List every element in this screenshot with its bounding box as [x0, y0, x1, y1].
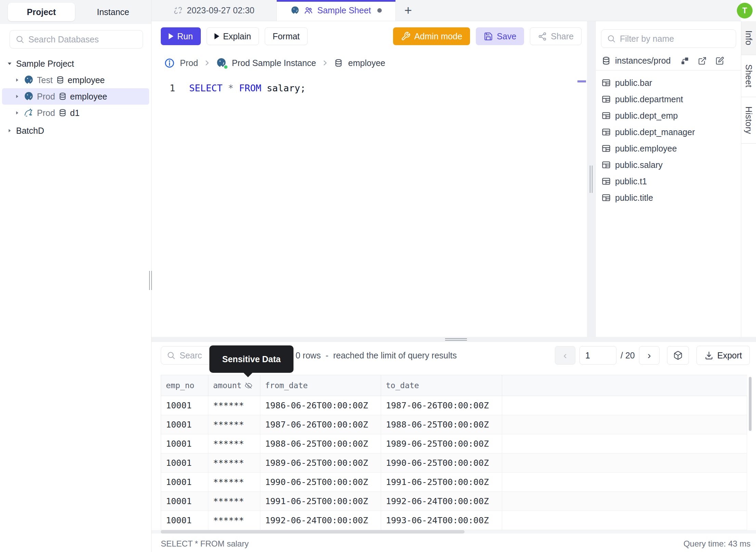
tree-node-test-employee[interactable]: Test employee [0, 72, 151, 88]
format-button[interactable]: Format [265, 27, 308, 45]
filter-input[interactable]: Filter by name [601, 29, 736, 48]
table-list-item[interactable]: public.dept_manager [596, 124, 741, 140]
table-row[interactable]: 10001 ****** 1990-06-25T00:00:00Z 1991-0… [161, 473, 747, 492]
run-button[interactable]: Run [161, 27, 201, 45]
table-list-item[interactable]: public.dept_emp [596, 107, 741, 124]
column-header[interactable]: from_date [260, 375, 381, 396]
eye-off-icon[interactable] [245, 382, 252, 390]
panel-resize-handle[interactable] [587, 21, 596, 337]
schema-sidebar: Filter by name instances/prod public.bar… [596, 21, 741, 337]
info-icon[interactable] [164, 58, 175, 68]
tab-history[interactable]: History [741, 97, 756, 144]
new-sheet-button[interactable]: + [396, 0, 420, 21]
cell[interactable]: 1988-06-25T00:00:00Z [381, 415, 502, 434]
prev-page-button[interactable]: ‹ [555, 346, 575, 365]
search-placeholder: Search Databases [28, 35, 99, 44]
cell[interactable]: 10001 [161, 434, 208, 453]
avatar[interactable]: T [737, 3, 753, 18]
tab-project[interactable]: Project [8, 3, 75, 21]
table-row[interactable]: 10001 ****** 1987-06-26T00:00:00Z 1988-0… [161, 415, 747, 434]
cell[interactable]: 1990-06-25T00:00:00Z [381, 454, 502, 472]
tab-sheet[interactable]: Sheet [741, 55, 756, 97]
table-list-item[interactable]: public.t1 [596, 173, 741, 189]
cell[interactable]: 10001 [161, 396, 208, 415]
cell[interactable]: 1991-06-25T00:00:00Z [381, 473, 502, 491]
cell-masked[interactable]: ****** [208, 454, 260, 472]
cell[interactable]: 1989-06-25T00:00:00Z [260, 454, 381, 472]
caret-down-icon[interactable] [6, 61, 13, 67]
table-row[interactable]: 10001 ****** 1989-06-25T00:00:00Z 1990-0… [161, 454, 747, 473]
cell[interactable]: 1992-06-24T00:00:00Z [260, 511, 381, 530]
sheet-tab-sample-sheet[interactable]: Sample Sheet [277, 0, 396, 21]
table-row[interactable]: 10001 ****** 1992-06-24T00:00:00Z 1993-0… [161, 511, 747, 530]
next-page-button[interactable]: › [639, 346, 660, 365]
caret-right-icon[interactable] [14, 110, 21, 116]
table-row[interactable]: 10001 ****** 1986-06-26T00:00:00Z 1987-0… [161, 396, 747, 415]
tab-instance[interactable]: Instance [75, 7, 151, 17]
table-list-item[interactable]: public.salary [596, 157, 741, 173]
breadcrumb-instance[interactable]: Prod Sample Instance [232, 58, 316, 68]
cell[interactable]: 1988-06-25T00:00:00Z [260, 434, 381, 453]
cell-masked[interactable]: ****** [208, 396, 260, 415]
cell[interactable]: 1987-06-26T00:00:00Z [260, 415, 381, 434]
column-header[interactable]: amount [208, 375, 260, 396]
sidebar-resize-handle[interactable] [148, 271, 154, 291]
sheet-tab-timestamp[interactable]: 2023-09-27 02:30 [152, 0, 277, 21]
column-header[interactable]: emp_no [161, 375, 208, 396]
share-button[interactable]: Share [530, 27, 582, 45]
cell[interactable]: 10001 [161, 511, 208, 530]
caret-right-icon[interactable] [14, 77, 21, 83]
table-icon [601, 176, 611, 186]
admin-mode-button[interactable]: Admin mode [393, 27, 470, 45]
cell[interactable]: 1990-06-25T00:00:00Z [260, 473, 381, 491]
cell[interactable]: 1991-06-25T00:00:00Z [260, 492, 381, 511]
explain-button[interactable]: Explain [207, 27, 259, 45]
page-number-input[interactable] [579, 346, 616, 365]
overview-ruler-mark [577, 80, 586, 82]
vertical-scrollbar[interactable] [749, 377, 752, 431]
cell[interactable]: 10001 [161, 492, 208, 511]
column-header[interactable]: to_date [381, 375, 502, 396]
edit-icon[interactable] [715, 56, 724, 65]
results-resize-handle[interactable] [152, 337, 756, 342]
cell[interactable]: 1992-06-24T00:00:00Z [381, 492, 502, 511]
database-search-input[interactable]: Search Databases [10, 30, 143, 49]
breadcrumb-database[interactable]: employee [348, 58, 385, 68]
caret-right-icon[interactable] [14, 94, 21, 99]
cell-masked[interactable]: ****** [208, 415, 260, 434]
table-list-item[interactable]: public.department [596, 91, 741, 107]
cell[interactable]: 1989-06-25T00:00:00Z [381, 434, 502, 453]
cell[interactable]: 1986-06-26T00:00:00Z [260, 396, 381, 415]
cell[interactable]: 1993-06-24T00:00:00Z [381, 511, 502, 530]
table-list-item[interactable]: public.employee [596, 140, 741, 157]
schema-diagram-icon[interactable] [680, 56, 689, 65]
tree-node-sample-project[interactable]: Sample Project [0, 55, 151, 72]
breadcrumb: Prod Prod Sample Instance employee [152, 51, 587, 75]
sql-keyword: SELECT [189, 83, 223, 93]
table-name: public.title [615, 193, 653, 203]
visualize-button[interactable] [667, 346, 689, 365]
cell[interactable]: 10001 [161, 473, 208, 491]
caret-right-icon[interactable] [6, 128, 13, 133]
cell-masked[interactable]: ****** [208, 434, 260, 453]
table-list-item[interactable]: public.title [596, 189, 741, 206]
sql-editor[interactable]: 1 SELECT*FROMsalary; [152, 75, 587, 337]
external-link-icon[interactable] [698, 56, 707, 65]
cell-masked[interactable]: ****** [208, 511, 260, 530]
cell[interactable]: 10001 [161, 454, 208, 472]
cell[interactable]: 10001 [161, 415, 208, 434]
cell[interactable]: 1987-06-26T00:00:00Z [381, 396, 502, 415]
tree-node-batchd[interactable]: BatchD [0, 122, 151, 139]
table-row[interactable]: 10001 ****** 1991-06-25T00:00:00Z 1992-0… [161, 492, 747, 511]
table-row[interactable]: 10001 ****** 1988-06-25T00:00:00Z 1989-0… [161, 434, 747, 454]
save-button[interactable]: Save [476, 27, 524, 45]
cell-masked[interactable]: ****** [208, 492, 260, 511]
cell-masked[interactable]: ****** [208, 473, 260, 491]
tab-info[interactable]: Info [741, 21, 756, 55]
horizontal-scrollbar-thumb[interactable] [161, 530, 465, 534]
tree-node-prod-d1[interactable]: Prod d1 [0, 105, 151, 121]
breadcrumb-environment[interactable]: Prod [180, 58, 198, 68]
table-list-item[interactable]: public.bar [596, 75, 741, 91]
export-button[interactable]: Export [696, 346, 750, 365]
tree-node-prod-employee[interactable]: Prod employee [2, 88, 149, 105]
